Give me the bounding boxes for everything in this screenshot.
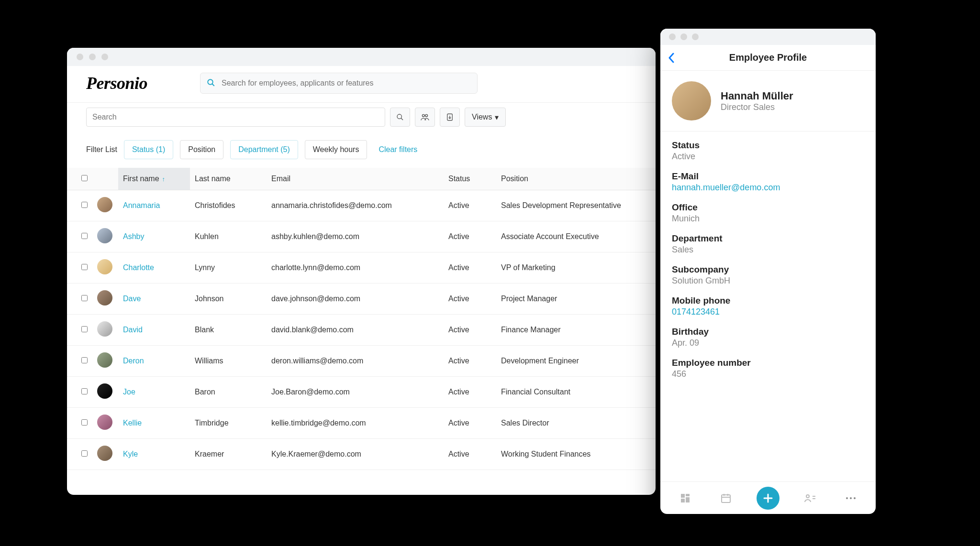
column-header-status[interactable]: Status <box>444 168 496 190</box>
table-row[interactable]: DavidBlankdavid.blank@demo.comActiveFina… <box>67 315 656 346</box>
field-value: Sales <box>672 245 864 255</box>
svg-rect-9 <box>686 494 690 496</box>
field-label: Birthday <box>672 327 864 337</box>
table-row[interactable]: AnnamariaChristofidesannamaria.christofi… <box>67 190 656 221</box>
global-search-input[interactable] <box>200 73 478 94</box>
cell-email: Kyle.Kraemer@demo.com <box>267 439 444 470</box>
cell-first-name[interactable]: Kellie <box>118 408 190 439</box>
tab-dashboard-icon[interactable] <box>676 489 695 508</box>
search-icon <box>207 78 215 87</box>
table-row[interactable]: CharlotteLynnycharlotte.lynn@demo.comAct… <box>67 252 656 284</box>
cell-first-name[interactable]: David <box>118 315 190 346</box>
cell-position: Financial Consultant <box>496 377 656 408</box>
cell-last-name: Blank <box>190 315 267 346</box>
tab-more-icon[interactable] <box>841 489 860 508</box>
table-row[interactable]: AshbyKuhlenashby.kuhlen@demo.comActiveAs… <box>67 221 656 252</box>
field-label: Office <box>672 202 864 213</box>
column-header-last-name[interactable]: Last name <box>190 168 267 190</box>
cell-first-name[interactable]: Deron <box>118 346 190 377</box>
cell-status: Active <box>444 284 496 315</box>
cell-status: Active <box>444 315 496 346</box>
traffic-light-minimize-icon[interactable] <box>89 54 96 60</box>
cell-email: deron.williams@demo.com <box>267 346 444 377</box>
cell-email: dave.johnson@demo.com <box>267 284 444 315</box>
svg-rect-10 <box>686 497 690 502</box>
row-checkbox[interactable] <box>81 264 88 270</box>
window-chrome <box>67 48 656 66</box>
cell-email: Joe.Baron@demo.com <box>267 377 444 408</box>
row-checkbox[interactable] <box>81 326 88 332</box>
field-value: Apr. 09 <box>672 338 864 348</box>
field-value: Active <box>672 152 864 162</box>
cell-position: VP of Marketing <box>496 252 656 284</box>
cell-first-name[interactable]: Dave <box>118 284 190 315</box>
cell-first-name[interactable]: Kyle <box>118 439 190 470</box>
field-value: Munich <box>672 214 864 224</box>
traffic-light-close-icon[interactable] <box>77 54 83 60</box>
column-header-email[interactable]: Email <box>267 168 444 190</box>
profile-fields: StatusActiveE-Mailhannah.mueller@demo.co… <box>660 131 876 481</box>
profile-field: Mobile phone0174123461 <box>672 295 864 317</box>
field-value: Solution GmbH <box>672 276 864 286</box>
cell-first-name[interactable]: Ashby <box>118 221 190 252</box>
table-row[interactable]: JoeBaronJoe.Baron@demo.comActiveFinancia… <box>67 377 656 408</box>
field-value[interactable]: hannah.mueller@demo.com <box>672 183 864 193</box>
svg-point-21 <box>846 497 848 499</box>
team-button[interactable] <box>415 108 435 127</box>
svg-point-4 <box>422 114 424 117</box>
cell-last-name: Timbridge <box>190 408 267 439</box>
cell-first-name[interactable]: Joe <box>118 377 190 408</box>
clear-filters-link[interactable]: Clear filters <box>379 145 417 154</box>
sort-asc-icon: ↑ <box>162 175 166 183</box>
profile-tabbar <box>660 481 876 514</box>
field-value[interactable]: 0174123461 <box>672 307 864 317</box>
cell-first-name[interactable]: Charlotte <box>118 252 190 284</box>
row-checkbox[interactable] <box>81 357 88 363</box>
cell-last-name: Baron <box>190 377 267 408</box>
tab-contacts-icon[interactable] <box>801 489 820 508</box>
add-button[interactable] <box>757 487 780 510</box>
cell-email: annamaria.christofides@demo.com <box>267 190 444 221</box>
traffic-light-maximize-icon[interactable] <box>101 54 108 60</box>
views-dropdown[interactable]: Views ▾ <box>465 108 506 127</box>
row-checkbox[interactable] <box>81 419 88 426</box>
column-header-position[interactable]: Position <box>496 168 656 190</box>
table-row[interactable]: DeronWilliamsderon.williams@demo.comActi… <box>67 346 656 377</box>
table-row[interactable]: KellieTimbridgekellie.timbridge@demo.com… <box>67 408 656 439</box>
cell-status: Active <box>444 408 496 439</box>
traffic-light-minimize-icon[interactable] <box>680 33 687 40</box>
filter-chip[interactable]: Weekly hours <box>305 140 368 159</box>
cell-email: ashby.kuhlen@demo.com <box>267 221 444 252</box>
avatar <box>97 383 112 399</box>
traffic-light-maximize-icon[interactable] <box>692 33 699 40</box>
row-checkbox[interactable] <box>81 388 88 394</box>
cell-position: Development Engineer <box>496 346 656 377</box>
svg-point-2 <box>397 114 401 119</box>
tab-calendar-icon[interactable] <box>716 489 735 508</box>
cell-status: Active <box>444 190 496 221</box>
filter-chip[interactable]: Department (5) <box>230 140 298 159</box>
row-checkbox[interactable] <box>81 450 88 457</box>
traffic-light-close-icon[interactable] <box>669 33 676 40</box>
column-header-first-name[interactable]: First name↑ <box>118 168 190 190</box>
back-button[interactable] <box>668 53 675 63</box>
row-checkbox[interactable] <box>81 295 88 301</box>
row-checkbox[interactable] <box>81 202 88 208</box>
select-all-checkbox[interactable] <box>81 175 88 181</box>
cell-first-name[interactable]: Annamaria <box>118 190 190 221</box>
table-row[interactable]: KyleKraemerKyle.Kraemer@demo.comActiveWo… <box>67 439 656 470</box>
svg-rect-8 <box>681 494 685 498</box>
search-button[interactable] <box>390 108 410 127</box>
cell-email: charlotte.lynn@demo.com <box>267 252 444 284</box>
export-button[interactable] <box>440 108 460 127</box>
list-search-input[interactable] <box>86 108 385 127</box>
app-header: Personio <box>67 66 656 103</box>
filter-chip[interactable]: Position <box>180 140 223 159</box>
filter-chip[interactable]: Status (1) <box>124 140 173 159</box>
row-checkbox[interactable] <box>81 233 88 239</box>
svg-rect-11 <box>681 499 685 502</box>
field-label: E-Mail <box>672 171 864 182</box>
field-label: Employee number <box>672 358 864 368</box>
svg-point-22 <box>850 497 852 499</box>
table-row[interactable]: DaveJohnsondave.johnson@demo.comActivePr… <box>67 284 656 315</box>
